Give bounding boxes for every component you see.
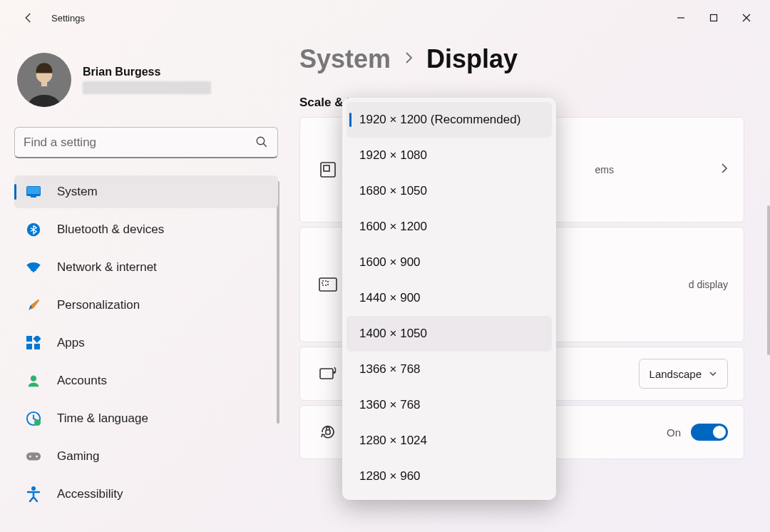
svg-point-6 — [257, 137, 265, 145]
scale-subtitle-fragment: ems — [595, 164, 614, 175]
clock-globe-icon — [26, 411, 41, 426]
resolution-subtitle-fragment: d display — [689, 279, 728, 290]
svg-rect-13 — [33, 336, 41, 343]
sidebar-item-apps[interactable]: Apps — [14, 327, 278, 359]
sidebar-item-label: Bluetooth & devices — [57, 222, 164, 237]
sidebar-item-personalization[interactable]: Personalization — [14, 289, 278, 322]
resolution-option[interactable]: 1280 × 960 — [346, 459, 552, 494]
user-email-redacted — [83, 81, 211, 94]
scale-icon — [316, 158, 340, 182]
sidebar-item-label: Gaming — [57, 449, 100, 464]
sidebar-scrollbar[interactable] — [277, 181, 279, 424]
resolution-option[interactable]: 1280 × 1024 — [346, 423, 552, 459]
resolution-option[interactable]: 1600 × 900 — [346, 245, 552, 280]
breadcrumb-parent[interactable]: System — [299, 44, 391, 74]
main-scrollbar[interactable] — [767, 205, 770, 355]
svg-rect-1 — [711, 15, 717, 21]
svg-rect-14 — [26, 344, 32, 349]
svg-rect-26 — [322, 281, 328, 285]
sidebar-item-system[interactable]: System — [14, 175, 278, 208]
main-content: System Display Scale & layout ems — [285, 36, 770, 532]
sidebar-item-label: System — [57, 185, 98, 199]
apps-icon — [26, 335, 41, 351]
orientation-select[interactable]: Landscape — [639, 359, 728, 389]
resolution-option[interactable]: 1920 × 1200 (Recommended) — [346, 102, 552, 138]
sidebar-item-label: Accounts — [57, 374, 107, 388]
gamepad-icon — [26, 449, 41, 464]
svg-rect-15 — [34, 344, 40, 349]
sidebar-item-accessibility[interactable]: Accessibility — [14, 478, 278, 511]
person-icon — [26, 373, 41, 389]
close-button[interactable] — [730, 6, 763, 29]
search-input[interactable] — [14, 127, 278, 158]
svg-point-16 — [31, 376, 36, 382]
chevron-right-icon — [404, 50, 414, 68]
app-title: Settings — [51, 13, 85, 24]
resolution-option[interactable]: 1680 × 1050 — [346, 173, 552, 209]
svg-rect-19 — [26, 453, 41, 461]
orientation-icon — [316, 362, 340, 386]
resolution-option[interactable]: 1400 × 1050 — [346, 316, 552, 352]
orientation-value: Landscape — [650, 368, 702, 380]
maximize-button[interactable] — [697, 6, 730, 29]
breadcrumb-current: Display — [426, 44, 518, 74]
svg-rect-27 — [320, 369, 333, 379]
svg-line-7 — [263, 143, 267, 147]
svg-point-21 — [36, 456, 38, 458]
rotation-lock-icon — [316, 420, 340, 444]
user-name: Brian Burgess — [83, 66, 211, 78]
sidebar-item-time[interactable]: Time & language — [14, 402, 278, 435]
svg-rect-12 — [26, 336, 32, 342]
sidebar-item-gaming[interactable]: Gaming — [14, 440, 278, 473]
accessibility-icon — [26, 486, 41, 502]
resolution-option[interactable]: 1600 × 1200 — [346, 209, 552, 245]
sidebar-item-label: Network & internet — [57, 260, 157, 275]
svg-rect-5 — [41, 81, 47, 86]
chevron-down-icon — [709, 369, 717, 378]
chevron-right-icon — [721, 163, 728, 177]
bluetooth-icon — [26, 222, 41, 237]
sidebar: Brian Burgess System Bluetoo — [0, 36, 285, 532]
resolution-option[interactable]: 1920 × 1080 — [346, 138, 552, 173]
svg-rect-24 — [324, 165, 329, 171]
sidebar-item-label: Personalization — [57, 298, 140, 312]
sidebar-item-network[interactable]: Network & internet — [14, 251, 278, 284]
svg-point-18 — [34, 419, 41, 426]
sidebar-item-label: Time & language — [57, 411, 148, 426]
svg-rect-10 — [31, 196, 36, 198]
resolution-option[interactable]: 1440 × 900 — [346, 280, 552, 316]
sidebar-item-accounts[interactable]: Accounts — [14, 364, 278, 397]
paintbrush-icon — [26, 297, 41, 313]
svg-rect-28 — [326, 430, 330, 434]
display-icon — [26, 184, 41, 200]
breadcrumb: System Display — [299, 44, 744, 74]
resolution-option[interactable]: 1280 × 800 — [346, 494, 552, 500]
svg-rect-23 — [321, 163, 335, 177]
search-icon[interactable] — [255, 135, 268, 151]
avatar — [17, 53, 71, 107]
user-block[interactable]: Brian Burgess — [17, 53, 279, 107]
back-button[interactable] — [17, 6, 40, 29]
rotation-lock-toggle[interactable] — [691, 424, 728, 441]
minimize-button[interactable] — [664, 6, 697, 29]
sidebar-item-bluetooth[interactable]: Bluetooth & devices — [14, 213, 278, 246]
sidebar-item-label: Accessibility — [57, 487, 123, 501]
resolution-dropdown[interactable]: 1920 × 1200 (Recommended)1920 × 10801680… — [342, 98, 556, 500]
resolution-option[interactable]: 1366 × 768 — [346, 352, 552, 387]
resolution-option[interactable]: 1360 × 768 — [346, 387, 552, 423]
sidebar-item-label: Apps — [57, 336, 85, 350]
resolution-icon — [316, 272, 340, 297]
toggle-state-label: On — [667, 426, 681, 439]
svg-point-20 — [29, 456, 31, 458]
svg-point-22 — [31, 486, 36, 491]
svg-rect-9 — [27, 187, 40, 194]
wifi-icon — [26, 260, 41, 275]
